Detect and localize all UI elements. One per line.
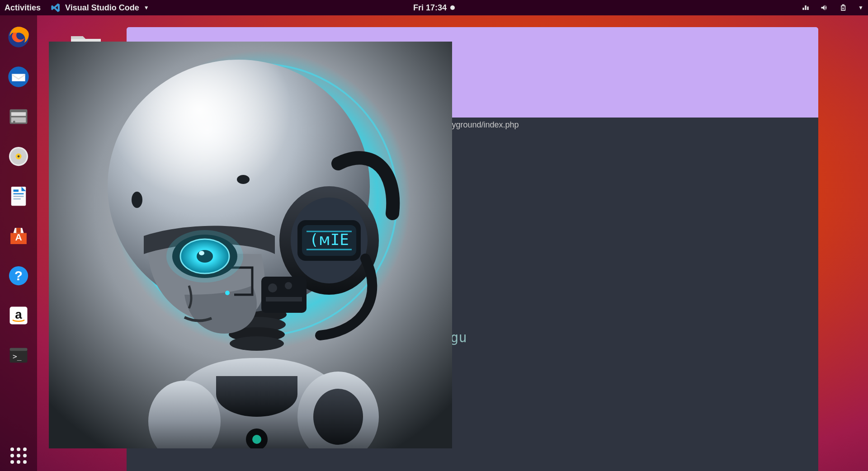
- help-icon: ?: [7, 264, 30, 287]
- robot-illustration: (ᴍIE: [49, 42, 452, 448]
- notification-dot-icon: [450, 5, 455, 10]
- svg-point-41: [225, 291, 230, 295]
- svg-point-40: [237, 175, 250, 184]
- topbar-left: Activities Visual Studio Code ▼: [5, 3, 149, 13]
- dock-thunderbird[interactable]: [5, 63, 32, 90]
- svg-rect-3: [11, 112, 26, 116]
- svg-point-47: [166, 230, 243, 283]
- dock-firefox[interactable]: [5, 24, 32, 51]
- active-app-name: Visual Studio Code: [65, 3, 139, 13]
- headset-display-text: (ᴍIE: [309, 231, 349, 249]
- dock-help[interactable]: ?: [5, 262, 32, 289]
- svg-point-9: [18, 155, 20, 158]
- battery-icon[interactable]: [839, 3, 848, 12]
- svg-rect-14: [14, 189, 19, 192]
- dock-terminal[interactable]: >_: [5, 342, 32, 369]
- svg-point-36: [252, 435, 261, 444]
- svg-text:>_: >_: [13, 352, 22, 361]
- svg-point-34: [313, 389, 363, 445]
- svg-text:a: a: [15, 307, 22, 321]
- image-viewer-window[interactable]: (ᴍIE: [49, 42, 452, 448]
- terminal-icon: >_: [7, 344, 30, 367]
- clock-text: Fri 17:34: [413, 3, 447, 13]
- network-icon[interactable]: [801, 3, 810, 12]
- svg-rect-54: [261, 277, 307, 313]
- dock-writer[interactable]: [5, 183, 32, 210]
- show-applications-button[interactable]: [9, 447, 28, 465]
- files-icon: [7, 105, 30, 128]
- dock-files[interactable]: [5, 103, 32, 130]
- amazon-icon: a: [7, 304, 30, 327]
- dock-amazon[interactable]: a: [5, 302, 32, 329]
- svg-point-31: [230, 336, 284, 351]
- dock-software[interactable]: A: [5, 222, 32, 250]
- svg-rect-21: [10, 348, 28, 351]
- ubuntu-dock: A ? a >_: [0, 15, 37, 471]
- volume-icon[interactable]: [820, 3, 829, 12]
- thunderbird-icon: [7, 65, 30, 89]
- software-icon: A: [7, 224, 30, 248]
- writer-icon: [7, 184, 30, 208]
- active-app-menu[interactable]: Visual Studio Code ▼: [51, 3, 149, 13]
- svg-text:?: ?: [14, 268, 23, 283]
- svg-rect-11: [14, 193, 24, 194]
- chevron-down-icon: ▼: [144, 5, 149, 11]
- svg-rect-13: [14, 198, 21, 199]
- firefox-icon: [7, 25, 30, 49]
- svg-rect-12: [14, 196, 24, 197]
- svg-point-39: [132, 192, 142, 208]
- activities-button[interactable]: Activities: [5, 3, 41, 13]
- svg-point-5: [13, 121, 15, 123]
- rhythmbox-icon: [7, 145, 30, 168]
- gnome-top-bar: Activities Visual Studio Code ▼ Fri 17:3…: [0, 0, 868, 15]
- svg-point-55: [268, 283, 277, 292]
- vscode-icon: [51, 3, 61, 13]
- topbar-clock[interactable]: Fri 17:34: [413, 3, 455, 13]
- topbar-status-area[interactable]: ▼: [801, 3, 863, 12]
- svg-rect-57: [266, 297, 302, 301]
- svg-point-56: [285, 282, 292, 289]
- dock-rhythmbox[interactable]: [5, 143, 32, 170]
- svg-text:A: A: [15, 232, 22, 242]
- dropdown-icon[interactable]: ▼: [858, 5, 863, 11]
